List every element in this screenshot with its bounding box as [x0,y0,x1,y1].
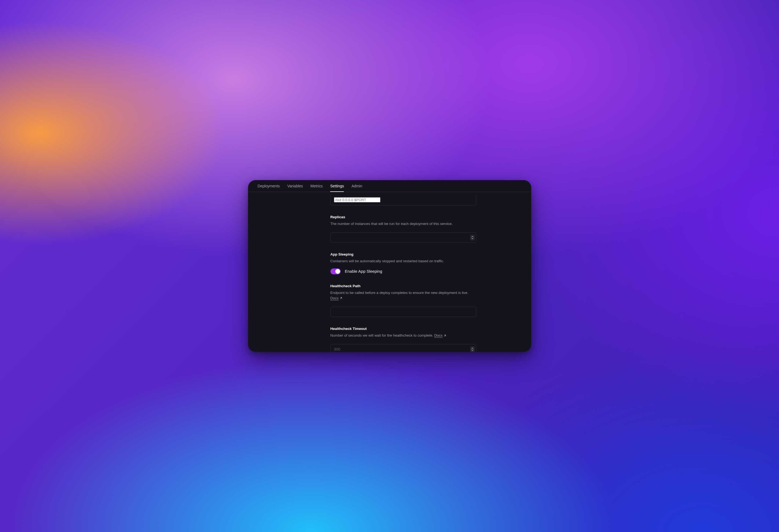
app-sleeping-desc: Containers will be automatically stopped… [331,258,476,264]
healthcheck-path-desc-text: Endpoint to be called before a deploy co… [331,291,468,295]
replicas-title: Replicas [331,215,476,219]
section-app-sleeping: App Sleeping Containers will be automati… [331,252,476,274]
tab-bar: Deployments Variables Metrics Settings A… [248,180,531,192]
section-replicas: Replicas The number of instances that wi… [331,215,476,243]
healthcheck-path-desc: Endpoint to be called before a deploy co… [331,290,476,301]
section-healthcheck-path: Healthcheck Path Endpoint to be called b… [331,284,476,317]
docs-link-label: Docs [434,333,443,338]
healthcheck-timeout-stepper[interactable] [470,347,475,352]
chevron-up-down-icon [471,236,474,239]
app-sleeping-toggle-label: Enable App Sleeping [345,269,382,274]
external-link-icon [340,297,343,300]
replicas-input[interactable] [334,235,473,240]
healthcheck-timeout-input[interactable] [334,347,473,351]
healthcheck-path-title: Healthcheck Path [331,284,476,288]
replicas-field[interactable] [331,232,476,243]
tab-settings[interactable]: Settings [330,180,344,192]
chevron-up-down-icon [471,347,474,351]
start-command-field[interactable] [331,195,476,205]
start-command-input[interactable] [334,197,380,202]
settings-window: Deployments Variables Metrics Settings A… [248,180,531,352]
healthcheck-timeout-desc-text: Number of seconds we will wait for the h… [331,333,434,337]
tab-metrics[interactable]: Metrics [310,180,323,192]
tab-deployments[interactable]: Deployments [258,180,280,192]
app-sleeping-title: App Sleeping [331,252,476,256]
healthcheck-timeout-desc: Number of seconds we will wait for the h… [331,333,476,338]
healthcheck-timeout-title: Healthcheck Timeout [331,327,476,331]
healthcheck-path-docs-link[interactable]: Docs [331,296,343,301]
toggle-knob [335,269,340,274]
tab-admin[interactable]: Admin [351,180,362,192]
app-sleeping-toggle[interactable] [331,269,341,274]
docs-link-label: Docs [331,296,339,301]
tab-variables[interactable]: Variables [287,180,303,192]
replicas-desc: The number of instances that will be run… [331,221,476,227]
external-link-icon [443,334,446,337]
healthcheck-path-input[interactable] [334,310,473,314]
section-healthcheck-timeout: Healthcheck Timeout Number of seconds we… [331,327,476,352]
healthcheck-path-field[interactable] [331,307,476,317]
healthcheck-timeout-docs-link[interactable]: Docs [434,333,447,338]
replicas-stepper[interactable] [470,235,475,240]
content-area: Replicas The number of instances that wi… [248,192,531,352]
healthcheck-timeout-field[interactable] [331,344,476,352]
